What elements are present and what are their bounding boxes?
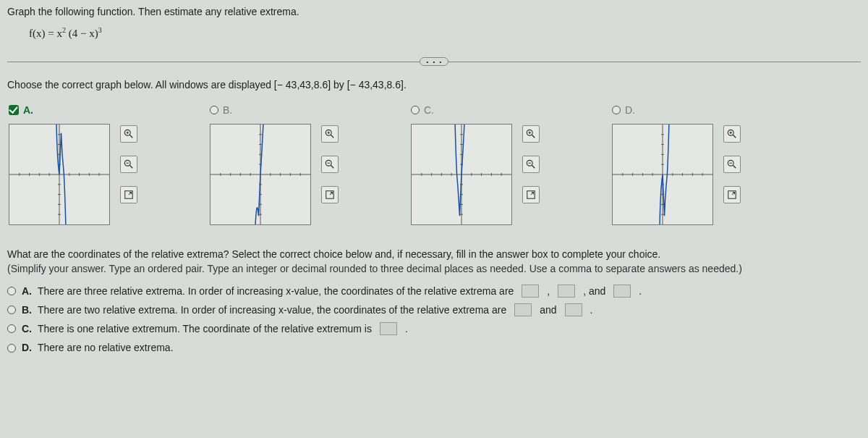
zoom-in-icon[interactable] (723, 125, 741, 143)
expand-graph-icon[interactable] (522, 186, 540, 203)
choice-c-text-pre: There is one relative extremum. The coor… (38, 321, 372, 336)
zoom-out-icon[interactable] (120, 156, 137, 173)
svg-line-71 (532, 135, 535, 138)
question-prompt: Graph the following function. Then estim… (7, 6, 861, 17)
graph-option-b: B. (210, 104, 339, 225)
svg-line-19 (129, 135, 132, 138)
option-label-d: D. (625, 104, 635, 116)
graph-options-row: A. (9, 104, 861, 225)
graph-option-d: D. (612, 104, 741, 225)
radio-choice-d[interactable] (7, 344, 16, 353)
graph-option-a: A. (9, 104, 137, 225)
radio-d[interactable] (612, 106, 621, 114)
choice-d-row: D. There are no relative extrema. (7, 340, 861, 355)
radio-c[interactable] (411, 106, 420, 114)
section-divider: • • • (7, 57, 861, 66)
answer-blank[interactable] (380, 322, 397, 335)
graph-option-c: C. (411, 104, 540, 225)
choice-b-letter: B. (22, 303, 32, 317)
choice-d-text-pre: There are no relative extrema. (38, 340, 174, 355)
option-label-c: C. (424, 104, 434, 116)
choice-b-text-post: . (590, 303, 593, 317)
choice-a-text-pre: There are three relative extrema. In ord… (38, 284, 514, 298)
svg-line-75 (532, 165, 535, 168)
extrema-hint: (Simplify your answer. Type an ordered p… (7, 261, 861, 276)
expand-graph-icon[interactable] (120, 186, 137, 203)
answer-blank[interactable] (613, 285, 631, 298)
graph-thumbnail-b (210, 124, 311, 225)
choice-c-text-post: . (405, 321, 408, 336)
function-equation: f(x) = x2 (4 − x)3 (29, 26, 861, 40)
extrema-section: What are the coordinates of the relative… (7, 247, 861, 355)
choice-a-row: A. There are three relative extrema. In … (7, 284, 861, 298)
expand-icon[interactable]: • • • (420, 57, 448, 66)
zoom-out-icon[interactable] (321, 156, 339, 173)
graph-thumbnail-d (612, 124, 713, 225)
expand-graph-icon[interactable] (321, 186, 339, 203)
answer-blank[interactable] (514, 303, 532, 316)
choice-a-letter: A. (22, 284, 32, 298)
radio-choice-b[interactable] (7, 306, 16, 314)
svg-line-97 (733, 135, 736, 138)
choice-d-letter: D. (22, 340, 32, 355)
choice-c-row: C. There is one relative extremum. The c… (7, 321, 861, 336)
extrema-question: What are the coordinates of the relative… (7, 247, 861, 261)
zoom-out-icon[interactable] (723, 156, 741, 173)
zoom-in-icon[interactable] (120, 125, 137, 143)
zoom-out-icon[interactable] (522, 156, 540, 173)
option-label-b: B. (223, 104, 232, 116)
graph-instruction: Choose the correct graph below. All wind… (7, 79, 861, 90)
choice-b-text-pre: There are two relative extrema. In order… (38, 303, 506, 317)
choice-c-letter: C. (22, 321, 32, 336)
choice-a-text-mid1: , (547, 284, 550, 298)
radio-a[interactable] (9, 105, 19, 115)
zoom-in-icon[interactable] (522, 125, 540, 143)
radio-choice-c[interactable] (7, 324, 16, 333)
graph-thumbnail-c (411, 124, 512, 225)
svg-line-45 (331, 135, 333, 138)
expand-graph-icon[interactable] (723, 186, 741, 203)
radio-b[interactable] (210, 106, 218, 114)
choice-a-text-post: . (639, 284, 642, 298)
svg-line-101 (733, 165, 736, 168)
svg-line-49 (331, 165, 333, 168)
zoom-in-icon[interactable] (321, 125, 339, 143)
radio-choice-a[interactable] (7, 287, 16, 295)
option-label-a: A. (23, 104, 33, 116)
choice-a-text-mid2: , and (583, 284, 605, 298)
choice-b-text-mid: and (540, 303, 556, 317)
answer-blank[interactable] (522, 285, 539, 298)
graph-thumbnail-a (9, 124, 110, 225)
answer-blank[interactable] (558, 285, 575, 298)
answer-blank[interactable] (565, 303, 582, 316)
svg-line-23 (129, 165, 132, 168)
choice-b-row: B. There are two relative extrema. In or… (7, 303, 861, 317)
